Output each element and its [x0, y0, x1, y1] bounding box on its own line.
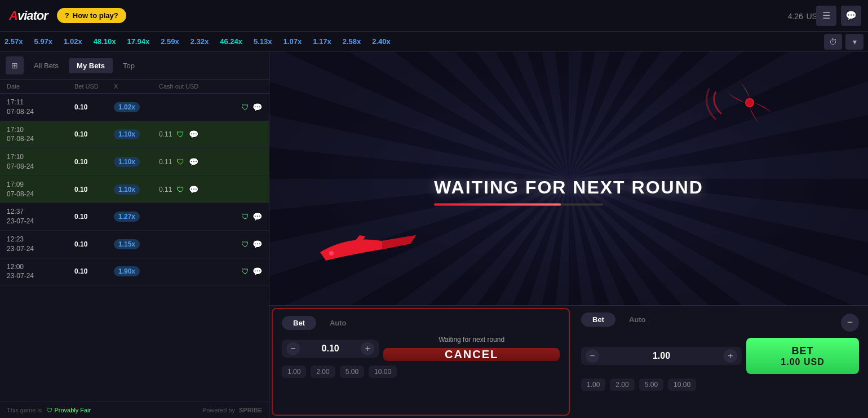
multiplier-bar: 2.57x 5.97x 1.02x 48.10x 17.94x 2.59x 2.… [0, 32, 868, 52]
quick-amounts-2: 1.00 2.00 5.00 10.00 [581, 379, 859, 391]
col-bet: Bet USD [74, 83, 114, 90]
mult-val-10[interactable]: 1.07x [284, 37, 302, 46]
row-cashout-area: 0.11 🛡 💬 [159, 185, 262, 194]
bet-panel-1: Bet Auto − 0.10 + Waiting for next round… [272, 308, 570, 416]
game-canvas: WAITING FOR NEXT ROUND [269, 52, 868, 305]
row-mult: 1.10x [114, 129, 159, 139]
left-footer: This game is 🛡 Provably Fair Powered by … [0, 402, 269, 418]
increase-amount-button-2[interactable]: + [724, 349, 737, 363]
decrease-amount-button-2[interactable]: − [586, 349, 599, 363]
bet-button[interactable]: BET 1.00 USD [746, 338, 859, 374]
shield-icon[interactable]: 🛡 [241, 267, 249, 276]
shield-icon[interactable]: 🛡 [176, 157, 184, 166]
quick-amt-4[interactable]: 10.00 [369, 366, 397, 378]
right-area: WAITING FOR NEXT ROUND Bet Auto − 0.10 [269, 52, 868, 418]
mult-val-11[interactable]: 1.17x [313, 37, 331, 46]
shield-icon[interactable]: 🛡 [241, 103, 249, 112]
row-bet: 0.10 [74, 267, 114, 275]
chat-icon[interactable]: 💬 [189, 157, 198, 166]
chat-icon[interactable]: 💬 [253, 267, 262, 276]
shield-icon[interactable]: 🛡 [176, 130, 184, 139]
main-content: ⊞ All Bets My Bets Top Date Bet USD X Ca… [0, 52, 868, 418]
quick-amt-3[interactable]: 5.00 [340, 366, 364, 378]
app-logo: Aviator [9, 8, 48, 23]
quick-amt-2-4[interactable]: 10.00 [668, 379, 696, 391]
row-actions: 🛡 💬 [241, 212, 262, 221]
bet-amount-row: − 0.10 + Waiting for next round CANCEL [282, 336, 560, 361]
chat-icon[interactable]: 💬 [189, 130, 198, 139]
panel-1-auto-tab[interactable]: Auto [318, 316, 358, 330]
waiting-text-container: WAITING FOR NEXT ROUND [434, 177, 703, 205]
chat-button[interactable]: 💬 [841, 6, 861, 26]
footer-right: Powered by SPRIBE [202, 407, 262, 413]
quick-amt-2-1[interactable]: 1.00 [581, 379, 605, 391]
mult-val-8[interactable]: 46.24x [220, 37, 242, 46]
increase-amount-button[interactable]: + [361, 342, 374, 355]
history-button[interactable]: ⏱ [824, 34, 842, 50]
quick-amt-2-3[interactable]: 5.00 [639, 379, 663, 391]
table-row: 17:10 07-08-24 0.10 1.10x 0.11 🛡 💬 [0, 121, 269, 149]
cancel-button[interactable]: CANCEL [383, 348, 560, 361]
quick-amt-2[interactable]: 2.00 [311, 366, 335, 378]
svg-point-2 [329, 251, 334, 256]
progress-bar [434, 203, 603, 205]
menu-button[interactable]: ☰ [816, 6, 836, 26]
top-nav: Aviator ? How to play? 4.26 USD ☰ 💬 [0, 0, 868, 32]
col-x: X [114, 83, 159, 90]
tab-my-bets[interactable]: My Bets [69, 58, 113, 73]
row-mult: 1.27x [114, 212, 159, 222]
tabs-row: ⊞ All Bets My Bets Top [0, 52, 269, 80]
row-actions: 🛡 💬 [241, 267, 262, 276]
mult-val-12[interactable]: 2.58x [343, 37, 361, 46]
row-actions: 🛡 💬 [241, 240, 262, 249]
shield-icon: 🛡 [46, 407, 52, 413]
mult-val-7[interactable]: 2.32x [191, 37, 209, 46]
chat-icon[interactable]: 💬 [253, 103, 262, 112]
row-cashout-area: 0.11 🛡 💬 [159, 157, 262, 166]
table-row: 17:11 07-08-24 0.10 1.02x 🛡 💬 [0, 94, 269, 121]
question-icon: ? [65, 11, 69, 20]
row-time: 17:10 07-08-24 [7, 125, 74, 144]
chat-icon[interactable]: 💬 [253, 212, 262, 221]
mult-val-5[interactable]: 17.94x [127, 37, 149, 46]
shield-icon[interactable]: 🛡 [176, 185, 184, 194]
bet-amount-value-2: 1.00 [604, 351, 719, 361]
row-time: 17:09 07-08-24 [7, 180, 74, 199]
mult-val-6[interactable]: 2.59x [161, 37, 179, 46]
table-row: 12:23 23-07-24 0.10 1.15x 🛡 💬 [0, 231, 269, 258]
close-panel-button[interactable]: − [841, 314, 859, 332]
bets-table: Date Bet USD X Cash out USD 17:11 07-08-… [0, 80, 269, 402]
row-bet: 0.10 [74, 103, 114, 111]
provably-fair-label: 🛡 Provably Fair [46, 407, 91, 413]
row-bet: 0.10 [74, 158, 114, 166]
chat-icon[interactable]: 💬 [253, 240, 262, 249]
bet-amount-value: 0.10 [304, 344, 356, 354]
quick-amt-2-2[interactable]: 2.00 [610, 379, 634, 391]
dropdown-button[interactable]: ▾ [845, 34, 863, 50]
row-cashout: 0.11 [159, 186, 172, 193]
mult-val-9[interactable]: 5.13x [254, 37, 272, 46]
tab-all-bets[interactable]: All Bets [26, 58, 67, 73]
chat-icon[interactable]: 💬 [189, 185, 198, 194]
decrease-amount-button[interactable]: − [286, 342, 300, 355]
shield-icon[interactable]: 🛡 [241, 212, 249, 221]
shield-icon[interactable]: 🛡 [241, 240, 249, 249]
waiting-label: Waiting for next round [383, 336, 560, 344]
tab-top[interactable]: Top [115, 58, 143, 73]
row-cashout-area: 0.11 🛡 💬 [159, 130, 262, 139]
mult-val-2[interactable]: 5.97x [34, 37, 53, 46]
panel-1-bet-tab[interactable]: Bet [282, 316, 316, 330]
panel-2-bet-tab[interactable]: Bet [581, 313, 615, 327]
history-controls: ⏱ ▾ [824, 34, 863, 50]
mult-val-13[interactable]: 2.40x [372, 37, 391, 46]
grid-view-button[interactable]: ⊞ [6, 56, 24, 74]
mult-val-1[interactable]: 2.57x [5, 37, 23, 46]
mult-val-3[interactable]: 1.02x [64, 37, 82, 46]
quick-amt-1[interactable]: 1.00 [282, 366, 306, 378]
panel-2-auto-tab[interactable]: Auto [618, 313, 657, 327]
nav-icons: ☰ 💬 [816, 6, 861, 26]
how-to-play-button[interactable]: ? How to play? [57, 8, 126, 23]
table-row: 17:10 07-08-24 0.10 1.10x 0.11 🛡 💬 [0, 148, 269, 176]
quick-amounts-1: 1.00 2.00 5.00 10.00 [282, 366, 560, 378]
mult-val-4[interactable]: 48.10x [94, 37, 116, 46]
